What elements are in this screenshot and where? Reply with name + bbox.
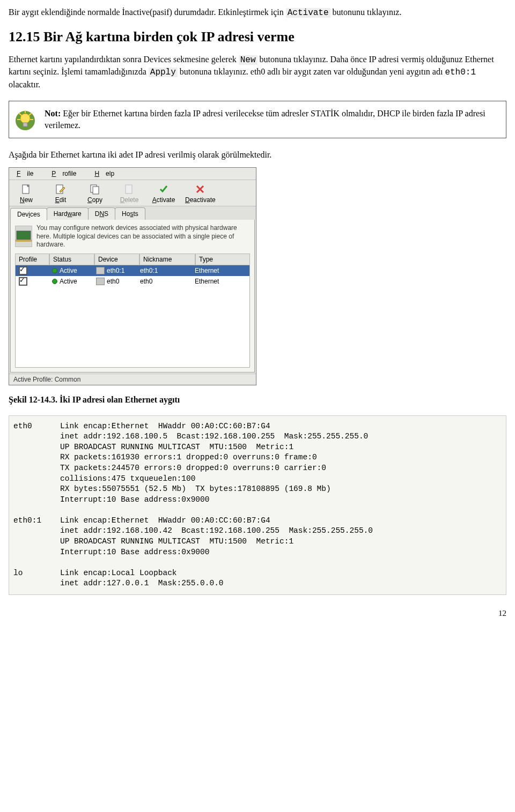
activate-button[interactable]: Activate — [146, 180, 181, 206]
type-text: Ethernet — [192, 278, 249, 285]
header-status[interactable]: Status — [49, 254, 94, 265]
apply-code: Apply — [149, 68, 178, 77]
new-code: New — [239, 55, 258, 65]
section-heading: 12.15 Bir Ağ kartına birden çok IP adres… — [9, 29, 506, 45]
profile-checkbox[interactable] — [19, 266, 27, 275]
status-bar: Active Profile: Common — [9, 374, 256, 385]
svg-rect-9 — [16, 240, 32, 242]
pre-screenshot-text: Aşağıda bir Ethernet kartına iki adet IP… — [9, 149, 506, 161]
svg-rect-6 — [93, 187, 99, 194]
table-row[interactable]: Active eth0 eth0 Ethernet — [16, 276, 249, 287]
delete-button[interactable]: Delete — [112, 180, 146, 206]
header-type[interactable]: Type — [195, 254, 250, 265]
page-number: 12 — [9, 609, 506, 618]
type-text: Ethernet — [192, 267, 249, 274]
network-config-window: File Profile Help New Edit Copy Delete A… — [9, 167, 256, 385]
tab-hosts[interactable]: Hosts — [115, 207, 145, 220]
para2-d: olacaktır. — [9, 80, 40, 89]
tab-row: Devices Hardware DNS Hosts — [9, 206, 256, 220]
status-dot-icon — [52, 279, 57, 284]
tab-hardware[interactable]: Hardware — [47, 207, 89, 220]
status-text: Active — [60, 267, 77, 274]
table-row[interactable]: Active eth0:1 eth0:1 Ethernet — [16, 265, 249, 276]
device-icon — [96, 278, 105, 285]
device-text: eth0 — [107, 278, 119, 285]
svg-rect-2 — [23, 123, 27, 126]
para2-c: butonuna tıklayınız. eth0 adlı bir aygıt… — [178, 67, 445, 76]
note-box: Not: Eğer bir Ethernet kartına birden fa… — [9, 101, 506, 138]
menu-profile[interactable]: Profile — [45, 169, 83, 178]
note-body: Eğer bir Ethernet kartına birden fazla I… — [45, 109, 485, 130]
header-device[interactable]: Device — [94, 254, 139, 265]
note-prefix: Not: — [45, 109, 61, 118]
instruction-paragraph: Ethernet kartını yapılandırdıktan sonra … — [9, 54, 506, 91]
menu-file[interactable]: File — [10, 169, 40, 178]
list-header: Profile Status Device Nickname Type — [15, 254, 250, 265]
deactivate-button[interactable]: Deactivate — [181, 180, 220, 206]
lightbulb-icon — [14, 110, 36, 131]
copy-button[interactable]: Copy — [78, 180, 112, 206]
note-text: Not: Eğer bir Ethernet kartına birden fa… — [45, 108, 498, 131]
svg-rect-8 — [17, 231, 31, 240]
nickname-text: eth0 — [137, 278, 192, 285]
toolbar: New Edit Copy Delete Activate Deactivate — [9, 180, 256, 206]
menu-help[interactable]: Help — [88, 169, 121, 178]
header-profile[interactable]: Profile — [15, 254, 49, 265]
header-nickname[interactable]: Nickname — [139, 254, 195, 265]
tab-panel: You may configure network devices associ… — [10, 220, 255, 373]
profile-checkbox[interactable] — [19, 277, 27, 286]
status-dot-icon — [52, 268, 57, 273]
info-text: You may configure network devices associ… — [36, 224, 250, 249]
activate-code: Activate — [286, 8, 330, 18]
tab-dns[interactable]: DNS — [88, 207, 115, 220]
tab-devices[interactable]: Devices — [10, 208, 47, 220]
device-list: Active eth0:1 eth0:1 Ethernet Active eth… — [15, 265, 250, 368]
device-icon — [96, 267, 105, 274]
new-button[interactable]: New — [9, 180, 43, 206]
intro-text-a: Bir aygıt eklendiğinde normalde İnactive… — [9, 8, 286, 17]
menubar: File Profile Help — [9, 168, 256, 180]
terminal-output: eth0 Link encap:Ethernet HWaddr 00:A0:CC… — [9, 415, 506, 595]
eth01-mono: eth0:1 — [445, 68, 476, 77]
device-text: eth0:1 — [107, 267, 124, 274]
edit-button[interactable]: Edit — [43, 180, 78, 206]
network-card-icon — [15, 226, 32, 247]
intro-paragraph: Bir aygıt eklendiğinde normalde İnactive… — [9, 6, 506, 19]
para2-a: Ethernet kartını yapılandırdıktan sonra … — [9, 55, 239, 64]
nickname-text: eth0:1 — [137, 267, 192, 274]
svg-rect-7 — [126, 185, 132, 193]
intro-text-b: butonunu tıklayınız. — [330, 8, 402, 17]
status-text: Active — [60, 278, 77, 285]
figure-caption: Şekil 12-14.3. İki IP adresi olan Ethern… — [9, 395, 506, 405]
